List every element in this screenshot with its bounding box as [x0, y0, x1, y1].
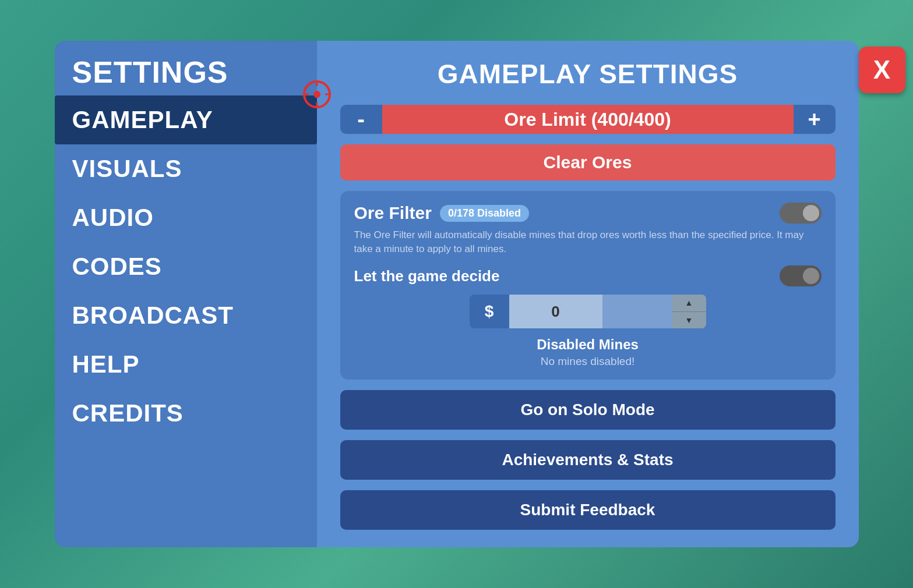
- sidebar-item-gameplay[interactable]: GAMEPLAY: [55, 95, 317, 144]
- sidebar-item-credits[interactable]: CREDITS: [55, 389, 317, 438]
- ore-filter-title-group: Ore Filter 0/178 Disabled: [354, 203, 529, 223]
- ore-limit-display: Ore Limit (400/400): [382, 105, 794, 134]
- sidebar-item-broadcast[interactable]: BROADCAST: [55, 291, 317, 340]
- clear-ores-button[interactable]: Clear Ores: [340, 144, 836, 180]
- sidebar-item-help[interactable]: HELP: [55, 340, 317, 389]
- main-panel: GAMEPLAY SETTINGS - Ore Limit (400/400) …: [317, 41, 859, 547]
- let-game-decide-label: Let the game decide: [354, 267, 500, 285]
- ore-limit-row: - Ore Limit (400/400) +: [340, 105, 836, 134]
- ore-filter-toggle[interactable]: [780, 203, 822, 224]
- svg-point-1: [313, 91, 320, 98]
- disabled-mines-section: Disabled Mines No mines disabled!: [354, 336, 822, 368]
- dollar-sign-button[interactable]: $: [470, 295, 509, 328]
- disabled-mines-title: Disabled Mines: [354, 336, 822, 353]
- ore-limit-minus-button[interactable]: -: [340, 105, 382, 134]
- ore-filter-description: The Ore Filter will automatically disabl…: [354, 228, 822, 256]
- sidebar-item-audio[interactable]: AUDIO: [55, 193, 317, 242]
- submit-feedback-button[interactable]: Submit Feedback: [340, 490, 836, 530]
- panel-title: GAMEPLAY SETTINGS: [340, 58, 836, 90]
- let-game-decide-toggle-knob: [803, 268, 819, 284]
- ore-filter-section: Ore Filter 0/178 Disabled The Ore Filter…: [340, 191, 836, 380]
- stepper-down-button[interactable]: ▼: [672, 312, 706, 329]
- price-input-row: $ ▲ ▼: [354, 295, 822, 328]
- achievements-stats-button[interactable]: Achievements & Stats: [340, 440, 836, 480]
- solo-mode-button[interactable]: Go on Solo Mode: [340, 390, 836, 430]
- ore-filter-badge: 0/178 Disabled: [440, 205, 529, 222]
- let-game-decide-row: Let the game decide: [354, 265, 822, 286]
- sidebar: SETTINGS GAMEPLAY VISUALS AUDIO CODES BR…: [55, 41, 317, 547]
- ore-filter-title: Ore Filter: [354, 203, 432, 223]
- price-spacer: [602, 295, 672, 328]
- stepper-up-button[interactable]: ▲: [672, 295, 706, 312]
- sidebar-item-codes[interactable]: CODES: [55, 242, 317, 291]
- let-game-decide-toggle[interactable]: [780, 265, 822, 286]
- settings-container: SETTINGS GAMEPLAY VISUALS AUDIO CODES BR…: [55, 41, 859, 547]
- close-button[interactable]: X: [859, 47, 905, 93]
- settings-title: SETTINGS: [55, 41, 317, 95]
- sidebar-item-visuals[interactable]: VISUALS: [55, 144, 317, 193]
- target-icon: [301, 78, 333, 111]
- disabled-mines-text: No mines disabled!: [354, 355, 822, 368]
- ore-limit-plus-button[interactable]: +: [794, 105, 836, 134]
- ore-filter-header: Ore Filter 0/178 Disabled: [354, 203, 822, 224]
- price-input[interactable]: [509, 295, 602, 328]
- ore-filter-toggle-knob: [803, 205, 819, 221]
- price-stepper[interactable]: ▲ ▼: [672, 295, 706, 328]
